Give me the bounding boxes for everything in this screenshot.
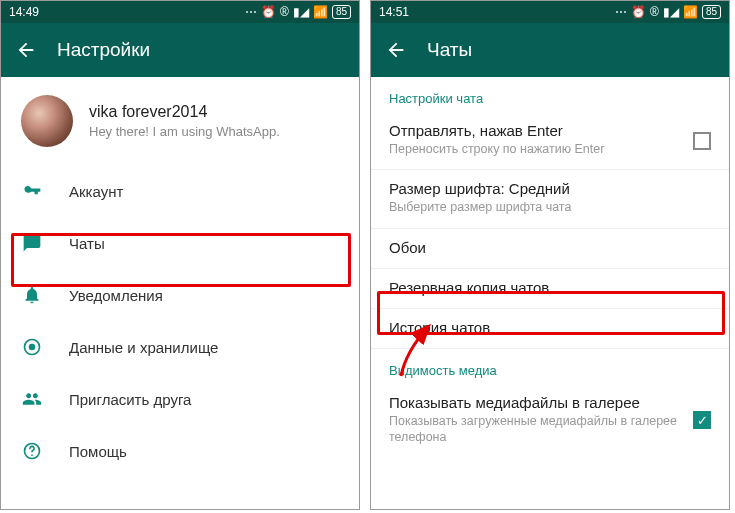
profile-row[interactable]: vika forever2014 Hey there! I am using W… (1, 77, 359, 165)
row-history[interactable]: История чатов (371, 309, 729, 348)
setting-sub: Переносить строку по нажатию Enter (389, 141, 711, 157)
setting-sub: Выберите размер шрифта чата (389, 199, 711, 215)
setting-title: Отправлять, нажав Enter (389, 122, 711, 139)
profile-status: Hey there! I am using WhatsApp. (89, 124, 280, 139)
row-enter-send[interactable]: Отправлять, нажав Enter Переносить строк… (371, 112, 729, 169)
help-icon (21, 441, 43, 461)
menu-label: Помощь (69, 443, 127, 460)
svg-point-1 (30, 345, 35, 350)
wifi-icon: ▮◢ (663, 5, 679, 19)
norotate-icon: ® (280, 5, 289, 19)
alarm-icon: ⏰ (631, 5, 646, 19)
row-font-size[interactable]: Размер шрифта: Средний Выберите размер ш… (371, 170, 729, 227)
status-time: 14:49 (9, 5, 39, 19)
bell-icon (21, 285, 43, 305)
avatar (21, 95, 73, 147)
appbar-title: Настройки (57, 39, 150, 61)
chat-icon (21, 233, 43, 253)
key-icon (21, 181, 43, 201)
alarm-icon: ⏰ (261, 5, 276, 19)
status-bar: 14:51 ⋯ ⏰ ® ▮◢ 📶 85 (371, 1, 729, 23)
screen-chats-settings: 14:51 ⋯ ⏰ ® ▮◢ 📶 85 Чаты Настройки чата … (370, 0, 730, 510)
battery-icon: 85 (702, 5, 721, 19)
checkbox-checked[interactable]: ✓ (693, 411, 711, 429)
status-bar: 14:49 ⋯ ⏰ ® ▮◢ 📶 85 (1, 1, 359, 23)
svg-point-3 (31, 454, 33, 456)
back-icon[interactable] (385, 39, 407, 61)
row-backup[interactable]: Резервная копия чатов (371, 269, 729, 308)
battery-icon: 85 (332, 5, 351, 19)
checkbox-unchecked[interactable] (693, 132, 711, 150)
menu-chats[interactable]: Чаты (1, 217, 359, 269)
menu-notifications[interactable]: Уведомления (1, 269, 359, 321)
menu-help[interactable]: Помощь (1, 425, 359, 477)
screen-settings: 14:49 ⋯ ⏰ ® ▮◢ 📶 85 Настройки vika forev… (0, 0, 360, 510)
menu-data-storage[interactable]: Данные и хранилище (1, 321, 359, 373)
menu-label: Данные и хранилище (69, 339, 218, 356)
setting-title: История чатов (389, 319, 711, 336)
menu-label: Пригласить друга (69, 391, 191, 408)
section-chat-settings: Настройки чата (371, 77, 729, 112)
menu-label: Уведомления (69, 287, 163, 304)
status-icons: ⋯ ⏰ ® ▮◢ 📶 85 (245, 5, 351, 19)
menu-invite[interactable]: Пригласить друга (1, 373, 359, 425)
status-time: 14:51 (379, 5, 409, 19)
back-icon[interactable] (15, 39, 37, 61)
norotate-icon: ® (650, 5, 659, 19)
wifi-icon: ▮◢ (293, 5, 309, 19)
menu-label: Чаты (69, 235, 105, 252)
row-media-visibility[interactable]: Показывать медиафайлы в галерее Показыва… (371, 384, 729, 458)
app-bar: Настройки (1, 23, 359, 77)
profile-name: vika forever2014 (89, 103, 280, 121)
menu-label: Аккаунт (69, 183, 123, 200)
status-icons: ⋯ ⏰ ® ▮◢ 📶 85 (615, 5, 721, 19)
data-icon (21, 337, 43, 357)
row-wallpaper[interactable]: Обои (371, 229, 729, 268)
section-media-visibility: Видимость медиа (371, 349, 729, 384)
setting-sub: Показывать загруженные медиафайлы в гале… (389, 413, 711, 446)
invite-icon (21, 389, 43, 409)
setting-title: Размер шрифта: Средний (389, 180, 711, 197)
signal-icon: 📶 (683, 5, 698, 19)
setting-title: Обои (389, 239, 711, 256)
app-bar: Чаты (371, 23, 729, 77)
setting-title: Показывать медиафайлы в галерее (389, 394, 711, 411)
signal-icon: 📶 (313, 5, 328, 19)
setting-title: Резервная копия чатов (389, 279, 711, 296)
menu-account[interactable]: Аккаунт (1, 165, 359, 217)
appbar-title: Чаты (427, 39, 472, 61)
